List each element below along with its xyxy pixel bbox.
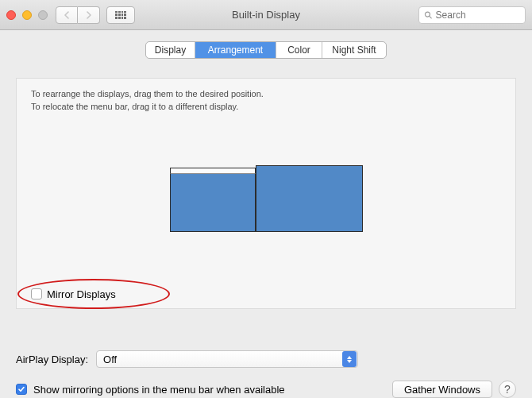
displays-group xyxy=(170,165,363,232)
tab-color[interactable]: Color xyxy=(276,42,322,58)
show-mirroring-label: Show mirroring options in the menu bar w… xyxy=(33,384,285,396)
forward-button[interactable] xyxy=(78,6,100,24)
show-all-button[interactable] xyxy=(106,6,135,24)
footer-row: Show mirroring options in the menu bar w… xyxy=(16,381,516,398)
preferences-window: Built-in Display Display Arrangement Col… xyxy=(0,0,532,398)
minimize-window-button[interactable] xyxy=(22,10,32,20)
nav-back-forward xyxy=(56,6,100,24)
search-icon xyxy=(424,10,433,20)
zoom-window-button[interactable] xyxy=(38,10,48,20)
search-field[interactable] xyxy=(418,6,526,24)
hint-line-2: To relocate the menu bar, drag it to a d… xyxy=(31,101,501,114)
titlebar: Built-in Display xyxy=(0,0,532,30)
tab-bar: Display Arrangement Color Night Shift xyxy=(145,41,387,59)
search-input[interactable] xyxy=(436,10,520,21)
content: To rearrange the displays, drag them to … xyxy=(0,59,532,339)
grid-icon xyxy=(115,11,126,19)
back-button[interactable] xyxy=(56,6,78,24)
help-button[interactable]: ? xyxy=(499,381,516,398)
show-mirroring-checkbox[interactable] xyxy=(16,384,27,395)
tab-display[interactable]: Display xyxy=(146,42,195,58)
close-window-button[interactable] xyxy=(6,10,16,20)
display-primary[interactable] xyxy=(170,173,256,232)
arrangement-panel: To rearrange the displays, drag them to … xyxy=(16,78,516,309)
display-arrangement-area[interactable] xyxy=(31,114,501,284)
mirror-displays-checkbox[interactable] xyxy=(31,288,42,299)
popup-arrows-icon xyxy=(342,351,357,367)
tabs: Display Arrangement Color Night Shift xyxy=(0,41,532,59)
airplay-label: AirPlay Display: xyxy=(16,354,88,365)
airplay-popup[interactable]: Off xyxy=(96,350,358,368)
airplay-value: Off xyxy=(103,354,117,365)
menu-bar-handle[interactable] xyxy=(170,168,256,174)
gather-windows-button[interactable]: Gather Windows xyxy=(392,381,492,398)
airplay-row: AirPlay Display: Off xyxy=(16,350,516,368)
svg-line-1 xyxy=(430,16,432,18)
mirror-displays-label: Mirror Displays xyxy=(47,288,116,300)
display-secondary[interactable] xyxy=(256,165,363,232)
window-controls xyxy=(6,10,48,20)
mirror-displays-row: Mirror Displays xyxy=(31,288,501,300)
tab-arrangement[interactable]: Arrangement xyxy=(195,42,276,58)
tab-night-shift[interactable]: Night Shift xyxy=(322,42,386,58)
hint-line-1: To rearrange the displays, drag them to … xyxy=(31,88,501,101)
bottom-area: AirPlay Display: Off Show mirroring opti… xyxy=(0,339,532,398)
